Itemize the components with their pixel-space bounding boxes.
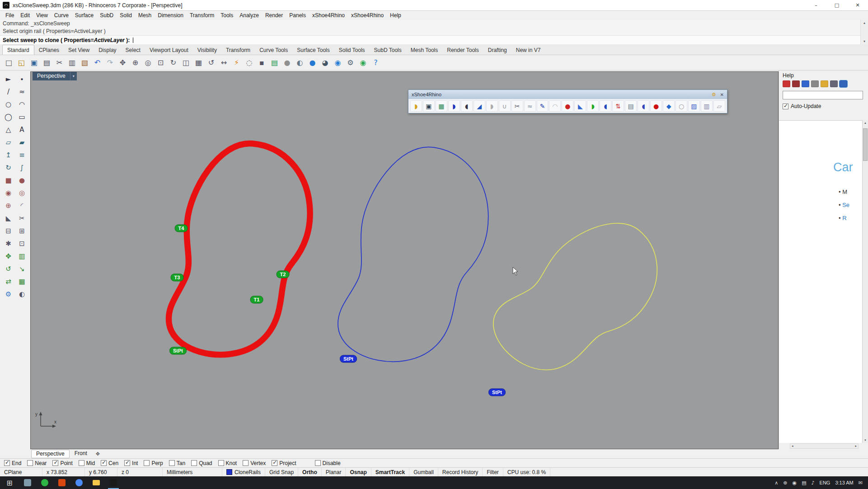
spec-list-icon[interactable]: ▤ — [625, 100, 637, 112]
last-blue-icon[interactable]: ◗ — [448, 100, 460, 112]
box-icon[interactable]: ■ — [2, 174, 15, 186]
arc-icon[interactable]: ◠ — [15, 98, 28, 110]
statusbar-segment[interactable]: Filter — [483, 468, 503, 476]
menu-item[interactable]: Transform — [187, 11, 217, 19]
osnap-toggle[interactable]: Near — [27, 460, 47, 466]
sweep-icon[interactable]: ∫ — [15, 161, 28, 174]
toolbar-group-tab[interactable]: Curve Tools — [255, 45, 292, 55]
osnap-toggle[interactable]: Cen — [101, 460, 118, 466]
menu-item[interactable]: View — [33, 11, 51, 19]
help-panel-icon[interactable] — [840, 80, 847, 87]
polygon-icon[interactable]: △ — [2, 123, 15, 136]
statusbar-segment[interactable]: Millimeters — [163, 468, 222, 476]
mirror-icon[interactable]: ⇄ — [2, 275, 15, 287]
app-folder[interactable] — [88, 476, 105, 489]
outsole-icon[interactable]: ◗ — [486, 100, 498, 112]
open-file-icon[interactable]: ◱ — [15, 56, 28, 69]
rotate-view-icon[interactable]: ↻ — [167, 56, 179, 69]
toolbar-group-tab[interactable]: CPlanes — [34, 45, 64, 55]
osnap-checkbox[interactable] — [191, 460, 197, 466]
help-link[interactable]: M — [839, 188, 849, 202]
array-icon[interactable]: ▦ — [15, 275, 28, 287]
sphere-icon[interactable]: ● — [15, 174, 28, 186]
select-arrow-icon[interactable]: ► — [2, 73, 15, 85]
gem-icon[interactable]: ◆ — [663, 100, 675, 112]
menu-item[interactable]: Surface — [72, 11, 97, 19]
volume-icon[interactable]: ♪ — [812, 480, 815, 486]
layers-dialog-icon[interactable]: ▤ — [268, 56, 281, 69]
osnap-checkbox[interactable] — [52, 460, 58, 466]
toolbar-group-tab[interactable]: Render Tools — [442, 45, 483, 55]
print-icon[interactable]: ▤ — [41, 56, 53, 69]
shoe-blue-icon[interactable]: ◖ — [600, 100, 611, 112]
redo-icon[interactable]: ↷ — [104, 56, 116, 69]
scale-icon[interactable]: ↘ — [15, 263, 28, 275]
app-chrome[interactable] — [70, 476, 88, 489]
undo-icon[interactable]: ↶ — [91, 56, 103, 69]
rotate-icon[interactable]: ↺ — [2, 263, 15, 275]
shaded-sphere-icon[interactable]: ◐ — [294, 56, 306, 69]
app-rhino[interactable] — [105, 476, 122, 489]
osnap-checkbox[interactable] — [27, 460, 33, 466]
split-icon[interactable]: ⊟ — [2, 225, 15, 237]
menu-item[interactable]: Analyze — [236, 11, 262, 19]
osnap-checkbox[interactable] — [101, 460, 107, 466]
shoe-green-icon[interactable]: ◗ — [587, 100, 599, 112]
clock[interactable]: 3:13 AM — [835, 480, 853, 485]
clone-curve-blue[interactable] — [334, 139, 496, 371]
help-sphere-icon[interactable]: ? — [370, 56, 382, 69]
toolbar-group-tab[interactable]: Transform — [221, 45, 255, 55]
ellipse-icon[interactable]: ◯ — [2, 111, 15, 123]
help-search-input[interactable] — [783, 91, 863, 99]
zoom-extents-icon[interactable]: ⊡ — [155, 56, 167, 69]
sole-red-icon[interactable]: ● — [650, 100, 662, 112]
fillet-icon[interactable]: ◜ — [15, 199, 28, 212]
materials-panel-icon[interactable] — [811, 80, 819, 87]
hatch-icon[interactable]: ▨ — [688, 100, 700, 112]
plane-surface-icon[interactable]: ▱ — [2, 136, 15, 148]
new-viewport-tab-icon[interactable]: ✥ — [92, 451, 103, 457]
control-points-icon[interactable]: ⊡ — [15, 237, 28, 249]
sketch-pen-icon[interactable]: ✎ — [537, 100, 549, 112]
command-history[interactable]: Command: _xsCloneSweep Select origin rai… — [0, 20, 868, 44]
scroll-left-icon[interactable]: ◂ — [792, 444, 793, 448]
osnap-toggle[interactable]: Tan — [169, 460, 185, 466]
notification-icon[interactable]: ✉ — [859, 480, 863, 486]
scroll-down-icon[interactable]: ▾ — [863, 39, 865, 43]
heel-icon[interactable]: ◖ — [638, 100, 649, 112]
notes-panel-icon[interactable] — [830, 80, 838, 87]
zoom-window-icon[interactable]: ◎ — [142, 56, 154, 69]
rendered-sphere-icon[interactable]: ◕ — [319, 56, 331, 69]
circle-icon[interactable]: ○ — [2, 98, 15, 110]
toolbar-group-tab[interactable]: Solid Tools — [334, 45, 370, 55]
osnap-checkbox[interactable] — [315, 460, 321, 466]
viewport-title-label[interactable]: Perspective — [33, 72, 70, 80]
osnap-checkbox[interactable] — [243, 460, 249, 466]
osnap-checkbox[interactable] — [218, 460, 224, 466]
monitor-setup-icon[interactable]: ▣ — [423, 100, 435, 112]
help-link[interactable]: Se — [839, 202, 849, 215]
statusbar-segment[interactable]: Grid Snap — [265, 468, 298, 476]
help-horizontal-scrollbar[interactable]: ◂ ▸ — [790, 443, 859, 449]
toolbar-group-tab[interactable]: Standard — [2, 45, 34, 55]
girth-icon[interactable]: ∪ — [499, 100, 511, 112]
app-green[interactable] — [36, 476, 53, 489]
app-red[interactable] — [53, 476, 70, 489]
help-content[interactable]: Car MSeR — [779, 120, 863, 443]
named-views-icon[interactable]: ◫ — [180, 56, 192, 69]
statusbar-segment[interactable]: SmartTrack — [371, 468, 409, 476]
start-button[interactable]: ⊞ — [0, 476, 19, 489]
viewport-title[interactable]: Perspective ▾ — [33, 72, 77, 80]
osnap-toggle[interactable]: Perp — [144, 460, 163, 466]
maximize-button[interactable]: □ — [826, 0, 847, 10]
command-prompt[interactable]: Select sweep to clone ( Properties=Activ… — [0, 35, 868, 44]
auto-update-checkbox[interactable] — [783, 103, 788, 109]
osnap-checkbox[interactable] — [4, 460, 10, 466]
osnap-checkbox[interactable] — [272, 460, 277, 466]
disc-icon[interactable]: ○ — [676, 100, 687, 112]
toolbar-group-tab[interactable]: Viewport Layout — [145, 45, 193, 55]
lock-objects-icon[interactable]: ▪ — [256, 56, 268, 69]
command-scrollbar[interactable]: ▴ ▾ — [860, 20, 868, 44]
osnap-toggle[interactable]: Project — [272, 460, 296, 466]
toolbar-group-tab[interactable]: Set View — [64, 45, 94, 55]
